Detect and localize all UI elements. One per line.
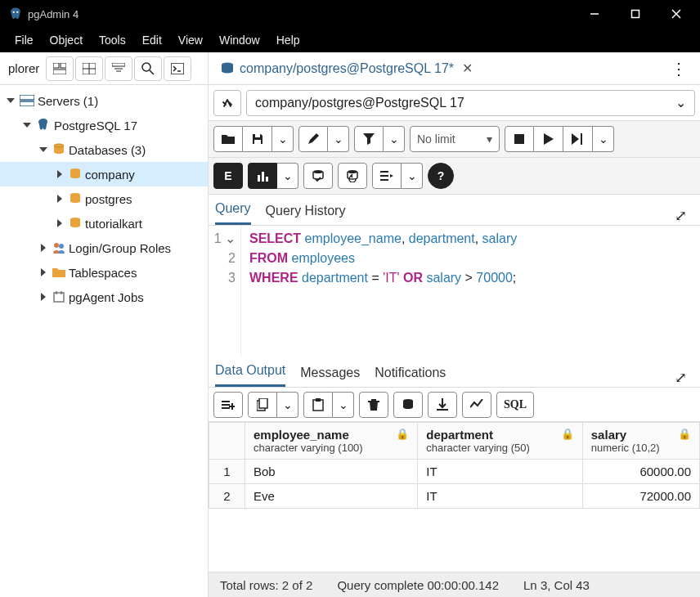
save-dropdown[interactable]: ⌄	[272, 126, 294, 152]
delete-row-button[interactable]	[359, 392, 388, 418]
filter-button[interactable]	[105, 56, 132, 81]
properties-button[interactable]	[46, 56, 74, 81]
grid-button[interactable]	[75, 56, 103, 81]
tab-query[interactable]: Query	[215, 195, 251, 225]
cell[interactable]: Bob	[245, 460, 418, 484]
sql-code[interactable]: SELECT employee_name, department, salary…	[241, 226, 525, 357]
save-data-button[interactable]	[393, 392, 423, 418]
menu-view[interactable]: View	[170, 30, 211, 50]
svg-rect-7	[61, 63, 66, 68]
macros-dropdown[interactable]: ⌄	[402, 163, 423, 189]
rollback-button[interactable]	[338, 163, 367, 189]
menu-object[interactable]: Object	[42, 30, 91, 50]
results-grid[interactable]: 🔒employee_namecharacter varying (100) 🔒d…	[209, 422, 700, 572]
title-bar: pgAdmin 4	[0, 0, 700, 28]
maximize-button[interactable]	[615, 0, 656, 28]
add-row-button[interactable]	[213, 392, 243, 418]
execute-dropdown[interactable]: ⌄	[593, 126, 614, 152]
explain-button[interactable]	[563, 126, 593, 152]
svg-point-39	[313, 170, 323, 173]
graph-button[interactable]	[462, 392, 491, 418]
chevron-down-icon	[39, 147, 47, 152]
tab-messages[interactable]: Messages	[300, 359, 360, 387]
chevron-right-icon	[57, 219, 62, 227]
minimize-button[interactable]	[574, 0, 615, 28]
object-tree[interactable]: Servers (1) PostgreSQL 17 Databases (3) …	[0, 85, 208, 597]
menu-edit[interactable]: Edit	[134, 30, 170, 50]
tree-pgagent[interactable]: pgAgent Jobs	[0, 285, 208, 309]
editor-tab-bar: company/postgres@PostgreSQL 17* ✕ ⋮	[209, 52, 700, 85]
svg-point-40	[348, 170, 357, 173]
menu-tools[interactable]: Tools	[91, 30, 134, 50]
tab-menu-button[interactable]: ⋮	[662, 59, 695, 79]
menu-help[interactable]: Help	[268, 30, 308, 50]
limit-select[interactable]: No limit▾	[410, 126, 500, 152]
terminal-button[interactable]	[164, 56, 191, 81]
explain-e-button[interactable]: E	[213, 163, 243, 189]
stop-button[interactable]	[505, 126, 534, 152]
col-header-department[interactable]: 🔒departmentcharacter varying (50)	[418, 423, 582, 460]
menu-file[interactable]: File	[7, 30, 42, 50]
chevron-right-icon	[41, 268, 46, 276]
close-button[interactable]	[656, 0, 697, 28]
tree-databases[interactable]: Databases (3)	[0, 137, 208, 162]
svg-line-16	[150, 70, 154, 74]
filter-query-button[interactable]	[354, 126, 384, 152]
lock-icon: 🔒	[678, 428, 691, 440]
expand-editor-icon[interactable]: ⤢	[668, 207, 693, 225]
search-button[interactable]	[134, 56, 162, 81]
analyze-dropdown[interactable]: ⌄	[277, 163, 298, 189]
tree-db-postgres[interactable]: postgres	[0, 186, 208, 211]
jobs-icon	[52, 290, 65, 303]
save-button[interactable]	[243, 126, 272, 152]
connection-status-button[interactable]	[213, 90, 241, 116]
table-row[interactable]: 1BobIT60000.00	[209, 460, 700, 484]
connection-row: company/postgres@PostgreSQL 17 ⌄	[209, 85, 700, 121]
sql-editor[interactable]: 1 ⌄ 2 3 SELECT employee_name, department…	[209, 226, 700, 357]
copy-button[interactable]	[248, 392, 277, 418]
cell[interactable]: IT	[418, 460, 582, 484]
expand-output-icon[interactable]: ⤢	[668, 369, 693, 387]
download-button[interactable]	[428, 392, 457, 418]
macros-button[interactable]	[372, 163, 402, 189]
open-file-button[interactable]	[213, 126, 243, 152]
cell[interactable]: 60000.00	[582, 460, 699, 484]
cell[interactable]: Eve	[245, 484, 418, 509]
tree-servers[interactable]: Servers (1)	[0, 88, 208, 113]
tree-roles[interactable]: Login/Group Roles	[0, 236, 208, 260]
col-header-employee-name[interactable]: 🔒employee_namecharacter varying (100)	[245, 423, 418, 460]
tab-notifications[interactable]: Notifications	[375, 359, 446, 387]
tree-tablespaces[interactable]: Tablespaces	[0, 260, 208, 285]
status-time: Query complete 00:00:00.142	[337, 578, 499, 592]
editor-tab[interactable]: company/postgres@PostgreSQL 17* ✕	[213, 61, 479, 76]
row-header-corner[interactable]	[209, 423, 245, 460]
users-icon	[52, 241, 65, 254]
svg-point-26	[54, 243, 59, 248]
commit-button[interactable]	[303, 163, 333, 189]
fold-icon[interactable]: ⌄	[225, 231, 236, 245]
close-icon[interactable]: ✕	[462, 61, 473, 76]
analyze-button[interactable]	[248, 163, 277, 189]
sql-view-button[interactable]: SQL	[496, 392, 534, 418]
paste-dropdown[interactable]: ⌄	[333, 392, 354, 418]
col-header-salary[interactable]: 🔒salarynumeric (10,2)	[582, 423, 699, 460]
edit-button[interactable]	[298, 126, 328, 152]
svg-rect-8	[53, 70, 66, 74]
table-row[interactable]: 2EveIT72000.00	[209, 484, 700, 509]
help-button[interactable]: ?	[428, 163, 454, 189]
menu-window[interactable]: Window	[211, 30, 268, 50]
cell[interactable]: 72000.00	[582, 484, 699, 509]
tree-pg-server[interactable]: PostgreSQL 17	[0, 113, 208, 137]
tab-data-output[interactable]: Data Output	[215, 357, 285, 387]
tab-query-history[interactable]: Query History	[266, 197, 346, 225]
execute-button[interactable]	[534, 126, 563, 152]
cell[interactable]: IT	[418, 484, 582, 509]
elephant-icon	[36, 118, 51, 132]
tree-db-company[interactable]: company	[0, 162, 208, 186]
paste-button[interactable]	[303, 392, 333, 418]
filter-dropdown[interactable]: ⌄	[384, 126, 405, 152]
edit-dropdown[interactable]: ⌄	[328, 126, 349, 152]
copy-dropdown[interactable]: ⌄	[277, 392, 298, 418]
tree-db-tutorialkart[interactable]: tutorialkart	[0, 211, 208, 236]
connection-select[interactable]: company/postgres@PostgreSQL 17 ⌄	[246, 90, 695, 116]
